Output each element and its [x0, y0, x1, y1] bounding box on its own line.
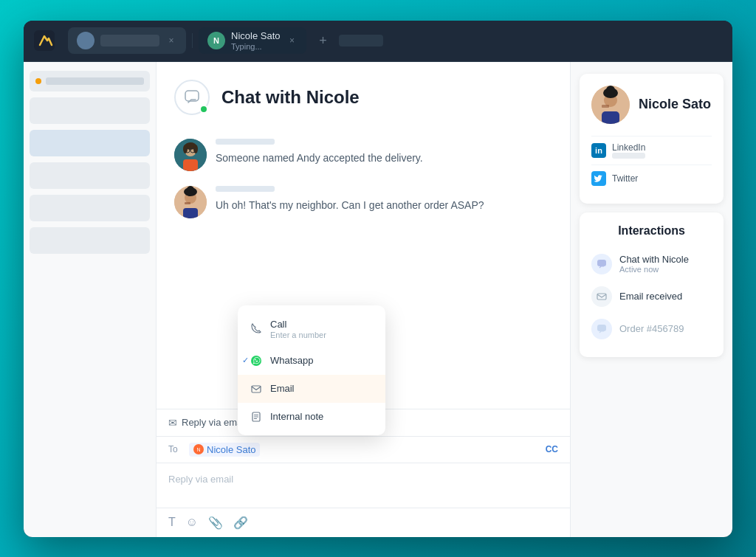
interaction-order[interactable]: Order #456789	[591, 313, 712, 345]
svg-rect-27	[602, 111, 619, 124]
linkedin-label: LinkedIn	[612, 142, 645, 153]
link-icon[interactable]: 🔗	[233, 516, 248, 530]
svg-rect-20	[252, 386, 261, 392]
svg-rect-16	[183, 208, 198, 218]
call-label: Call	[270, 319, 286, 330]
email-label: Email	[270, 383, 295, 394]
avatar-person1	[174, 139, 207, 171]
reply-method-label: Reply via email	[182, 417, 247, 428]
chat-header: Chat with Nicole	[157, 62, 570, 127]
interaction-email[interactable]: Email received	[591, 280, 712, 313]
call-sublabel: Enter a number	[270, 331, 326, 339]
recipient-badge[interactable]: N Nicole Sato	[189, 443, 260, 457]
text-format-icon[interactable]: T	[168, 516, 176, 529]
note-label: Internal note	[270, 411, 323, 422]
sidebar-item-2[interactable]	[30, 130, 150, 156]
interaction-chat-icon	[591, 254, 612, 274]
new-tab-button[interactable]: +	[312, 30, 333, 51]
svg-point-14	[187, 186, 194, 193]
reply-to-bar: To N Nicole Sato CC	[157, 437, 570, 463]
dropdown-item-email[interactable]: Email	[238, 375, 385, 403]
main-content: Chat with Nicole	[24, 62, 732, 537]
interaction-chat-label: Chat with Nicole	[619, 254, 689, 265]
twitter-link[interactable]: Twitter	[591, 165, 712, 192]
chat-area: Chat with Nicole	[157, 62, 570, 537]
svg-point-25	[606, 86, 615, 94]
msg-name-bar-1	[216, 139, 275, 145]
sidebar	[24, 62, 157, 537]
interaction-email-text: Email received	[619, 291, 682, 302]
msg-content-1: Someone named Andy accepted the delivery…	[216, 139, 552, 166]
svg-rect-30	[597, 325, 606, 331]
interaction-order-label: Order #456789	[619, 323, 684, 334]
interaction-email-icon	[591, 286, 612, 307]
twitter-label: Twitter	[612, 173, 638, 184]
contact-avatar	[591, 86, 630, 124]
tab-close-1[interactable]: ×	[165, 35, 177, 46]
tab-close-nicole[interactable]: ×	[286, 35, 298, 46]
tab-avatar-nicole: N	[207, 32, 225, 49]
sidebar-search[interactable]	[30, 71, 150, 91]
reply-input-area[interactable]: Reply via email	[157, 463, 570, 508]
linkedin-icon: in	[591, 143, 606, 158]
tab-nicole[interactable]: N Nicole Sato Typing... ×	[199, 27, 306, 54]
interaction-email-label: Email received	[619, 291, 682, 302]
contact-header: Nicole Sato	[591, 86, 712, 124]
app-window: × N Nicole Sato Typing... × +	[24, 21, 732, 537]
message-1: Someone named Andy accepted the delivery…	[174, 139, 552, 171]
interaction-chat-text: Chat with Nicole Active now	[619, 254, 689, 274]
svg-rect-29	[597, 294, 606, 300]
tab-divider	[192, 33, 193, 48]
reply-to-label: To	[168, 444, 183, 454]
whatsapp-label: Whatsapp	[270, 355, 314, 366]
contact-name: Nicole Sato	[639, 97, 711, 112]
chat-icon	[174, 80, 210, 115]
tab-avatar-1	[77, 32, 94, 49]
sidebar-item-5[interactable]	[30, 227, 150, 254]
interactions-card: Interactions Chat with Nicole Active now	[580, 212, 724, 357]
sidebar-item-3[interactable]	[30, 162, 150, 189]
tab-label-1	[100, 35, 159, 46]
interaction-chat[interactable]: Chat with Nicole Active now	[591, 248, 712, 280]
app-logo	[32, 29, 56, 52]
msg-text-1: Someone named Andy accepted the delivery…	[216, 151, 552, 166]
dropdown-item-call[interactable]: Call Enter a number	[238, 310, 385, 347]
right-panel: Nicole Sato in LinkedIn	[570, 62, 732, 537]
note-icon	[250, 410, 263, 423]
svg-rect-0	[34, 30, 55, 51]
linkedin-link[interactable]: in LinkedIn	[591, 136, 712, 165]
attachment-icon[interactable]: 📎	[208, 516, 223, 530]
contact-card: Nicole Sato in LinkedIn	[580, 74, 724, 204]
recipient-icon: N	[193, 444, 204, 454]
interactions-title: Interactions	[591, 224, 712, 238]
emoji-icon[interactable]: ☺	[186, 516, 198, 529]
svg-rect-28	[597, 260, 606, 266]
dropdown-item-note[interactable]: Internal note	[238, 403, 385, 431]
reply-toolbar: T ☺ 📎 🔗	[157, 508, 570, 537]
cc-button[interactable]: CC	[546, 444, 558, 454]
interaction-chat-sub: Active now	[619, 265, 689, 274]
msg-content-2: Uh oh! That's my neighbor. Can I get ano…	[216, 186, 552, 213]
dropdown-menu: Call Enter a number ✓ Whatsapp	[238, 305, 385, 435]
svg-text:N: N	[196, 447, 200, 452]
linkedin-bar	[612, 153, 645, 159]
reply-placeholder: Reply via email	[168, 474, 233, 485]
recipient-name: Nicole Sato	[207, 444, 255, 455]
msg-name-bar-2	[216, 186, 275, 192]
message-2: Uh oh! That's my neighbor. Can I get ano…	[174, 186, 552, 218]
dropdown-item-whatsapp[interactable]: ✓ Whatsapp	[238, 347, 385, 375]
sidebar-item-1[interactable]	[30, 97, 150, 124]
interaction-order-icon	[591, 319, 612, 339]
tab-status-nicole: Typing...	[231, 42, 280, 51]
title-bar: × N Nicole Sato Typing... × +	[24, 21, 732, 62]
svg-rect-10	[183, 159, 198, 171]
msg-text-2: Uh oh! That's my neighbor. Can I get ano…	[216, 198, 552, 213]
interaction-order-text: Order #456789	[619, 323, 684, 334]
svg-point-5	[183, 145, 188, 153]
tab-placeholder[interactable]: ×	[68, 27, 186, 54]
reply-method-icon: ✉	[168, 417, 177, 429]
twitter-icon	[591, 171, 606, 186]
sidebar-item-4[interactable]	[30, 195, 150, 221]
svg-rect-15	[185, 202, 190, 204]
avatar-person2	[174, 186, 207, 218]
